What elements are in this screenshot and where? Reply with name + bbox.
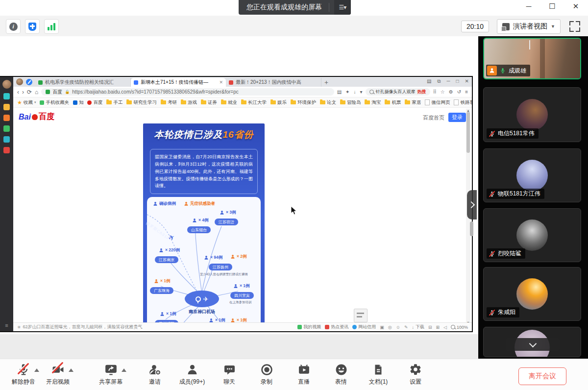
- page-floating-widget[interactable]: [354, 309, 368, 322]
- browser-compass-icon[interactable]: [26, 79, 32, 85]
- forward-icon[interactable]: ›: [22, 89, 24, 95]
- download-shortcut[interactable]: ↓下载: [412, 324, 424, 330]
- dock-app-teal-icon[interactable]: [3, 93, 10, 99]
- fullscreen-button[interactable]: [568, 20, 581, 33]
- live-stream-button[interactable]: 直播: [285, 363, 322, 386]
- browser-minimize-icon[interactable]: ─: [446, 78, 450, 84]
- bookmark-item[interactable]: 知: [73, 99, 84, 106]
- bookmark-folder[interactable]: 游戏: [181, 99, 197, 106]
- browser-panel-icon[interactable]: ▤: [427, 78, 431, 84]
- settings-small-icon[interactable]: ⚙: [449, 89, 453, 95]
- network-quality-button[interactable]: [44, 19, 59, 34]
- side-panel-expander[interactable]: [467, 190, 477, 219]
- flash-icon[interactable]: ✦: [345, 89, 349, 95]
- browser-restore-icon[interactable]: ⧉: [437, 78, 441, 84]
- bookmark-folder[interactable]: 淘宝: [365, 99, 381, 106]
- bookmark-folder[interactable]: 手工: [106, 99, 122, 106]
- statusbar-headline[interactable]: 62岁山口百惠近照曝光，首度与儿媳同框，满脸笑容优雅贵气: [23, 324, 143, 330]
- unmute-button[interactable]: 解除静音: [5, 363, 42, 386]
- browser-tab-3[interactable]: 最新！20+213！国内疫情中高: [226, 78, 321, 87]
- share-options-caret[interactable]: [122, 368, 126, 372]
- bookmark-folder[interactable]: 就业: [221, 99, 237, 106]
- chevron-icon[interactable]: ▾: [360, 89, 362, 95]
- dock-app-orange-icon[interactable]: [3, 115, 10, 121]
- browser-tab-1[interactable]: 机电系学生疫情防控相关情况汇: [35, 78, 131, 87]
- meeting-info-button[interactable]: i: [6, 19, 21, 34]
- mute-tab-icon[interactable]: ◁: [443, 325, 447, 330]
- home-icon[interactable]: ⌂: [35, 89, 38, 95]
- window-split-icon[interactable]: ⊞: [436, 325, 440, 330]
- hot-search-box[interactable]: 针孔摄像头百人观摩 热搜: [366, 88, 430, 96]
- scroll-down-icon[interactable]: ▼: [466, 321, 470, 322]
- new-tab-button[interactable]: ＋: [321, 78, 331, 87]
- emoji-button[interactable]: 表情: [322, 363, 360, 386]
- participant-tile[interactable]: 物联5181方江伟: [483, 148, 581, 202]
- settings-button[interactable]: 设置: [397, 363, 434, 386]
- banner-menu-icon[interactable]: ☰▾: [334, 0, 351, 15]
- bookmark-folder[interactable]: 论文: [320, 99, 336, 106]
- participant-tile-partial[interactable]: [483, 327, 581, 357]
- emoji-small-icon[interactable]: ☺: [396, 325, 400, 330]
- bookmark-item[interactable]: 百度: [87, 99, 102, 106]
- bookmark-folder[interactable]: 研究生学习: [126, 99, 157, 106]
- baidu-logo[interactable]: Bai 百度: [19, 112, 54, 122]
- my-videos-shortcut[interactable]: 我的视频: [297, 324, 321, 330]
- shield-small-icon[interactable]: ▣: [380, 325, 384, 330]
- edge-scrollbar-thumb[interactable]: [470, 221, 473, 236]
- security-button[interactable]: [25, 19, 40, 34]
- leave-meeting-button[interactable]: 离开会议: [518, 367, 566, 385]
- browser-profile-avatar[interactable]: [16, 78, 23, 85]
- favorite-star-icon[interactable]: ☆: [441, 89, 445, 95]
- refresh-icon[interactable]: ⟳: [27, 89, 32, 95]
- invite-button[interactable]: 邀请: [136, 363, 173, 386]
- record-button[interactable]: 录制: [248, 363, 285, 386]
- site-credit-shortcut[interactable]: 网站信用: [352, 324, 376, 330]
- dock-app-cloud-icon[interactable]: [3, 136, 10, 143]
- bookmark-folder[interactable]: 家居: [405, 99, 421, 106]
- bookmark-folder[interactable]: 考研: [161, 99, 177, 106]
- view-mode-select[interactable]: 演讲者视图 ▼: [497, 19, 561, 34]
- members-button[interactable]: 成员(99+): [173, 363, 211, 386]
- print-icon[interactable]: ⊟: [428, 325, 432, 330]
- dock-app-red-icon[interactable]: [3, 147, 10, 153]
- maximize-icon[interactable]: ☐: [547, 2, 558, 11]
- participant-tile[interactable]: 电信5181常伟: [483, 87, 581, 142]
- edit-icon[interactable]: ✎: [404, 325, 408, 330]
- bookmark-folder[interactable]: 机票: [385, 99, 401, 106]
- start-video-button[interactable]: 开启视频: [39, 363, 76, 386]
- bookmark-item[interactable]: 微信网页: [425, 99, 450, 106]
- participant-tile-sharer[interactable]: 成观雄: [483, 38, 581, 79]
- menu-lines-icon[interactable]: ≡: [465, 89, 468, 95]
- baidu-home-link[interactable]: 百度首页: [423, 114, 444, 122]
- docs-button[interactable]: 文档(1): [360, 363, 397, 386]
- dock-avatar[interactable]: [2, 80, 11, 89]
- reader-icon[interactable]: ▤: [337, 89, 342, 95]
- bookmark-folder[interactable]: 长江大学: [241, 99, 267, 106]
- collapse-tile-button[interactable]: [529, 41, 530, 50]
- bookmark-item[interactable]: 手机收藏夹: [40, 99, 69, 106]
- bookmark-favorites[interactable]: ★收藏▾: [17, 99, 36, 106]
- bookmark-folder[interactable]: 冒险岛: [340, 99, 361, 106]
- bookmark-folder[interactable]: 环境保护: [291, 99, 316, 106]
- minimize-icon[interactable]: ─: [523, 2, 534, 11]
- hot-news-shortcut[interactable]: 热点资讯: [325, 324, 348, 330]
- zoom-control[interactable]: 100%: [451, 325, 468, 330]
- apps-grid-icon[interactable]: ⠿: [433, 89, 437, 95]
- tab-close-icon[interactable]: ✕: [219, 80, 223, 85]
- history-icon[interactable]: ↺: [457, 89, 461, 95]
- share-screen-button[interactable]: 共享屏幕: [92, 363, 129, 386]
- address-bar[interactable]: 百度 🔒 https://baijiahao.baidu.com/s?id=17…: [41, 88, 334, 96]
- bookmark-folder[interactable]: 娱乐: [270, 99, 287, 106]
- participant-tile[interactable]: 烈咬陆鲨: [483, 208, 581, 262]
- capture-icon[interactable]: ◎: [388, 325, 392, 330]
- mic-options-caret[interactable]: [34, 368, 39, 372]
- browser-close-icon[interactable]: ✕: [465, 78, 469, 84]
- dock-app-green-icon[interactable]: [3, 125, 10, 132]
- chat-button[interactable]: 聊天: [211, 363, 248, 386]
- participant-tile[interactable]: 朱咸阳: [483, 267, 581, 321]
- video-options-caret[interactable]: [69, 368, 74, 372]
- dock-app-star-icon[interactable]: [3, 104, 10, 110]
- login-button[interactable]: 登录: [448, 113, 466, 122]
- browser-tab-2-active[interactable]: 新增本土71+15！疫情传播链— ✕: [131, 78, 226, 87]
- scroll-more-participants-button[interactable]: [506, 338, 560, 351]
